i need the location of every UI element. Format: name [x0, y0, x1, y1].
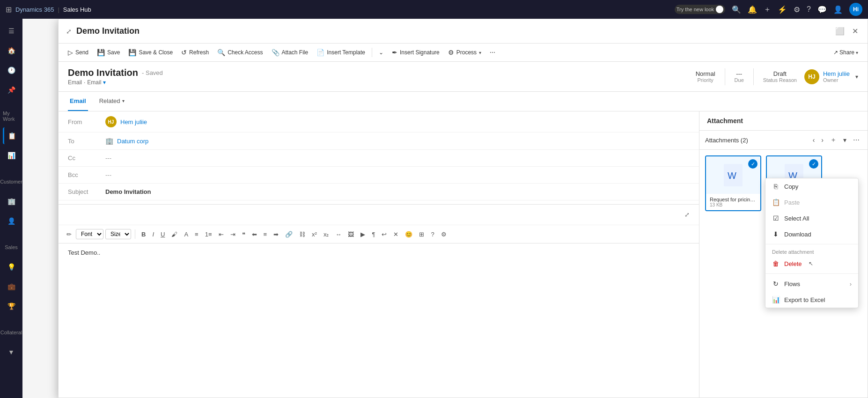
bcc-value[interactable]: --- [105, 171, 690, 178]
check-access-button[interactable]: 🔍 Check Access [213, 46, 266, 59]
modal: ⤢ Demo Invitation ⬜ ✕ ▷ Send [58, 19, 868, 398]
undo-button[interactable]: ↩ [379, 229, 389, 239]
image-button[interactable]: 🖼 [346, 229, 356, 239]
modal-restore-button[interactable]: ⬜ [833, 25, 846, 37]
context-paste-item[interactable]: 📋 Paste [765, 194, 858, 210]
body-content[interactable]: Test Demo.. [59, 243, 699, 281]
insert-signature-button[interactable]: ✒ Insert Signature [388, 46, 443, 59]
sidebar-item-pinned[interactable]: 📌 [3, 81, 20, 98]
search-icon[interactable]: 🔍 [732, 5, 741, 14]
insert-template-button[interactable]: 📄 Insert Template [313, 46, 369, 59]
sidebar-item-dashboard[interactable]: 📊 [3, 147, 20, 164]
save-button[interactable]: 💾 Save [93, 46, 124, 59]
sidebar-item-accounts[interactable]: 🏢 [3, 193, 20, 210]
sidebar-item-leads[interactable]: 💡 [3, 258, 20, 275]
bold-button[interactable]: B [139, 229, 148, 239]
italic-button[interactable]: I [150, 229, 156, 239]
attachment-more-button[interactable]: ⋯ [851, 135, 862, 145]
notification-icon[interactable]: 🔔 [748, 5, 757, 14]
context-delete-item[interactable]: 🗑 Delete ↖ [765, 256, 858, 272]
from-link[interactable]: Hem juliie [120, 118, 147, 125]
process-button[interactable]: ⚙ Process ▾ [444, 46, 485, 59]
sidebar-item-home[interactable]: 🏠 [3, 42, 20, 59]
settings-icon[interactable]: ⚙ [794, 5, 800, 14]
numbered-list-button[interactable]: 1≡ [203, 229, 214, 239]
filter-icon[interactable]: ⚡ [778, 5, 787, 14]
sidebar-item-activities[interactable]: 📋 [3, 127, 20, 144]
to-link[interactable]: Datum corp [117, 138, 148, 145]
blockquote-button[interactable]: ❝ [240, 229, 248, 239]
sidebar-item-recent[interactable]: 🕐 [3, 62, 20, 79]
subscript-button[interactable]: x₂ [321, 229, 331, 239]
attach-file-button[interactable]: 📎 Attach File [268, 46, 312, 59]
underline-button[interactable]: U [158, 229, 167, 239]
owner-avatar: HJ [804, 69, 819, 84]
pencil-icon[interactable]: ✏ [64, 229, 74, 239]
font-select[interactable]: Font [76, 229, 103, 239]
chat-icon[interactable]: 💬 [817, 5, 827, 14]
link-button[interactable]: 🔗 [283, 229, 295, 239]
attachment-prev-button[interactable]: ‹ [810, 135, 817, 145]
new-look-toggle[interactable]: Try the new look [675, 5, 725, 14]
user-avatar[interactable]: Hi [849, 3, 862, 16]
clear-format-button[interactable]: ✕ [391, 229, 401, 239]
superscript-button[interactable]: x² [309, 229, 319, 239]
settings-button[interactable]: ⚙ [439, 229, 449, 239]
sidebar-item-competitors[interactable]: 🏆 [3, 298, 20, 315]
tab-related[interactable]: Related ▾ [97, 92, 126, 111]
refresh-button[interactable]: ↺ Refresh [177, 46, 213, 59]
paragraph-button[interactable]: ¶ [369, 229, 377, 239]
select-all-icon: ☑ [772, 214, 780, 222]
emoji-button[interactable]: 😊 [403, 229, 415, 239]
modal-expand-icon[interactable]: ⤢ [66, 28, 72, 35]
context-download-item[interactable]: ⬇ Download [765, 226, 858, 242]
waffle-icon[interactable]: ⊞ [6, 5, 12, 14]
size-select[interactable]: Size [105, 229, 131, 239]
export-icon: 📊 [772, 296, 780, 303]
bullets-button[interactable]: ≡ [192, 229, 201, 239]
save-close-button[interactable]: 💾 Save & Close [125, 46, 177, 59]
sidebar-item-mywork[interactable]: My Work [3, 108, 20, 125]
attachment-item-1[interactable]: ✓ W Request for pricing infor... 13 KB [705, 155, 761, 211]
align-left-button[interactable]: ⬅ [250, 229, 259, 239]
share-button[interactable]: ↗ Share ▾ [830, 47, 862, 58]
attachment-next-button[interactable]: › [819, 135, 826, 145]
add-icon[interactable]: ＋ [764, 5, 771, 15]
help-button[interactable]: ? [428, 229, 436, 239]
more-dropdown-button[interactable]: ⌄ [375, 47, 387, 58]
unlink-button[interactable]: ⛓ [297, 229, 308, 239]
font-color-button[interactable]: A [182, 229, 191, 239]
align-center-button[interactable]: ≡ [261, 229, 270, 239]
help-icon[interactable]: ? [807, 5, 811, 14]
decrease-indent-button[interactable]: ⇤ [216, 229, 226, 239]
expand-button[interactable]: ⤢ [681, 207, 693, 222]
sidebar-item-collapse[interactable]: ☰ [3, 22, 20, 39]
sidebar-item-more[interactable]: ▼ [3, 344, 20, 361]
table-button[interactable]: ⊞ [417, 229, 427, 239]
owner-name[interactable]: Hem juliie [823, 70, 850, 77]
special-chars-button[interactable]: ↔ [333, 229, 344, 239]
owner-chevron-icon[interactable]: ▾ [855, 74, 858, 80]
context-copy-item[interactable]: ⎘ Copy [765, 178, 858, 194]
sidebar-item-opportunities[interactable]: 💼 [3, 278, 20, 295]
context-select-all-item[interactable]: ☑ Select All [765, 210, 858, 226]
tab-email[interactable]: Email [68, 92, 88, 111]
attachment-dropdown-button[interactable]: ▾ [841, 135, 849, 145]
highlight-button[interactable]: 🖌 [169, 229, 180, 239]
subject-field-row: Subject Demo Invitation [59, 184, 699, 200]
template-icon: 📄 [316, 49, 324, 56]
send-button[interactable]: ▷ Send [64, 46, 92, 59]
more-button[interactable]: ⋯ [486, 47, 499, 58]
tabs: Email Related ▾ [59, 92, 868, 111]
sidebar-item-contacts[interactable]: 👤 [3, 213, 20, 229]
media-button[interactable]: ▶ [358, 229, 368, 239]
cc-value[interactable]: --- [105, 155, 690, 162]
modal-close-button[interactable]: ✕ [850, 25, 860, 37]
attachment-add-button[interactable]: ＋ [828, 134, 839, 146]
align-right-button[interactable]: ➡ [271, 229, 281, 239]
email-type-chevron[interactable]: ▾ [103, 79, 106, 86]
context-flows-item[interactable]: ↻ Flows › [765, 276, 858, 292]
context-export-item[interactable]: 📊 Export to Excel [765, 292, 858, 308]
increase-indent-button[interactable]: ⇥ [228, 229, 238, 239]
profile-icon[interactable]: 👤 [833, 5, 843, 14]
